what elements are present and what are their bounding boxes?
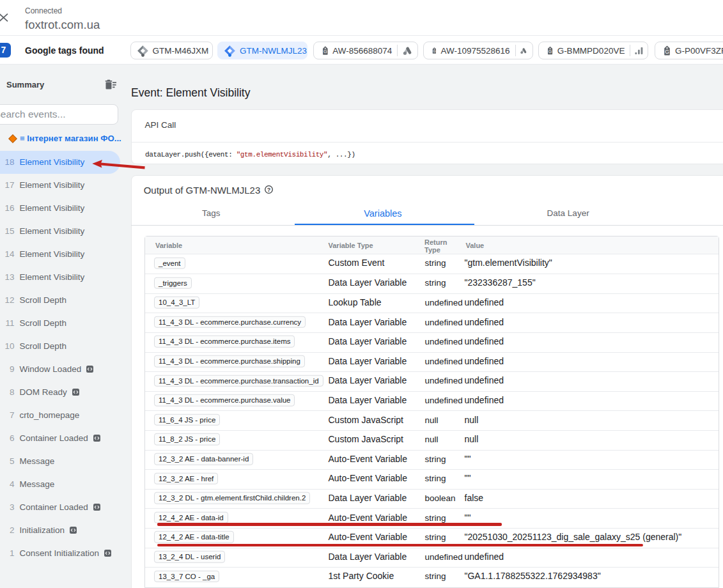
svg-text:?: ? xyxy=(267,187,271,193)
svg-text:G: G xyxy=(548,49,551,54)
svg-text:G: G xyxy=(433,49,435,53)
svg-text:G: G xyxy=(665,49,669,55)
svg-text:G: G xyxy=(323,49,327,54)
